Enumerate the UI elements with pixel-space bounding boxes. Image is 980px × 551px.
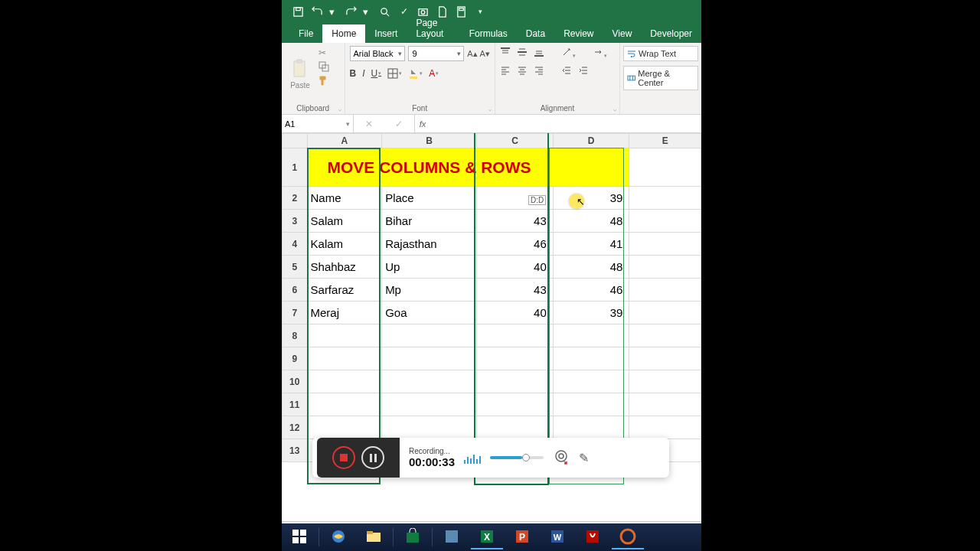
cell-D4[interactable]: 41: [553, 233, 629, 256]
col-header-D[interactable]: D: [553, 134, 629, 148]
row-header-4[interactable]: 4: [283, 233, 308, 256]
tab-formulas[interactable]: Formulas: [460, 24, 517, 43]
tab-file[interactable]: File: [289, 24, 322, 43]
taskbar-ie-icon[interactable]: [322, 525, 354, 549]
tab-review[interactable]: Review: [554, 24, 603, 43]
row-header-5[interactable]: 5: [283, 256, 308, 279]
taskbar-acrobat-icon[interactable]: [577, 525, 609, 549]
cell-A4[interactable]: Kalam: [307, 233, 382, 256]
row-header-10[interactable]: 10: [283, 370, 308, 393]
undo-dropdown-icon[interactable]: ▾: [326, 6, 338, 18]
col-header-C[interactable]: C: [477, 134, 554, 148]
cell-D5[interactable]: 48: [553, 256, 629, 279]
row-header-8[interactable]: 8: [283, 324, 308, 347]
cell-D6[interactable]: 46: [553, 279, 629, 302]
align-left-icon[interactable]: [500, 65, 511, 79]
redo-icon[interactable]: [345, 6, 357, 18]
font-color-button[interactable]: A▾: [429, 68, 439, 79]
font-name-select[interactable]: Arial Black: [350, 46, 406, 61]
name-box[interactable]: A1: [282, 115, 354, 132]
taskbar-file-explorer-icon[interactable]: [358, 525, 390, 549]
align-top-icon[interactable]: [500, 47, 511, 60]
cell-A5[interactable]: Shahbaz: [307, 256, 382, 279]
redo-dropdown-icon[interactable]: ▾: [360, 6, 371, 18]
col-header-E[interactable]: E: [629, 134, 701, 148]
cell-C6[interactable]: 43: [477, 279, 554, 302]
taskbar-powerpoint-icon[interactable]: P: [506, 525, 538, 549]
format-painter-icon[interactable]: [318, 75, 329, 86]
ltr-icon[interactable]: ▾: [593, 47, 607, 60]
row-header-12[interactable]: 12: [283, 416, 308, 439]
cell-D2[interactable]: 39: [553, 187, 629, 210]
col-header-B[interactable]: B: [382, 134, 477, 148]
select-all-corner[interactable]: [283, 134, 308, 148]
italic-button[interactable]: I: [362, 68, 364, 79]
cell-C3[interactable]: 43: [477, 210, 554, 233]
tab-insert[interactable]: Insert: [365, 24, 407, 43]
increase-font-icon[interactable]: A▴: [467, 49, 477, 59]
increase-indent-icon[interactable]: [578, 65, 589, 79]
cell-A2[interactable]: Name: [307, 187, 382, 210]
decrease-indent-icon[interactable]: [561, 65, 572, 79]
orientation-icon[interactable]: ▾: [561, 47, 576, 60]
taskbar-store-icon[interactable]: [397, 525, 429, 549]
cell-D3[interactable]: 48: [553, 210, 629, 233]
cell-B3[interactable]: Bihar: [382, 210, 477, 233]
cell-A3[interactable]: Salam: [307, 210, 382, 233]
formula-bar[interactable]: [430, 115, 701, 132]
tab-home[interactable]: Home: [322, 24, 365, 43]
enter-formula-icon[interactable]: ✓: [395, 119, 403, 129]
print-preview-icon[interactable]: [379, 6, 390, 18]
cell-A6[interactable]: Sarfaraz: [307, 279, 382, 302]
row-header-1[interactable]: 1: [283, 148, 308, 187]
row-header-7[interactable]: 7: [283, 302, 308, 324]
undo-icon[interactable]: [312, 6, 323, 18]
cancel-formula-icon[interactable]: ✕: [365, 119, 373, 129]
save-icon[interactable]: [292, 6, 304, 18]
wrap-text-button[interactable]: Wrap Text: [623, 46, 698, 61]
fx-icon[interactable]: fx: [415, 115, 430, 132]
align-middle-icon[interactable]: [517, 47, 528, 60]
tab-view[interactable]: View: [603, 24, 642, 43]
recorder-pause-button[interactable]: [361, 446, 384, 469]
underline-button[interactable]: U▾: [371, 68, 382, 79]
taskbar-unknown-icon[interactable]: [436, 525, 468, 549]
taskbar-word-icon[interactable]: W: [541, 525, 573, 549]
cell-D7[interactable]: 39: [553, 302, 629, 324]
title-cell[interactable]: MOVE COLUMNS & ROWS: [307, 148, 629, 187]
recorder-volume-slider[interactable]: [490, 456, 544, 459]
row-header-11[interactable]: 11: [283, 393, 308, 416]
cell-B5[interactable]: Up: [382, 256, 477, 279]
cell-B6[interactable]: Mp: [382, 279, 477, 302]
recorder-stop-button[interactable]: [332, 446, 355, 469]
taskbar-excel-icon[interactable]: X: [471, 525, 503, 549]
decrease-font-icon[interactable]: A▾: [480, 49, 490, 59]
align-bottom-icon[interactable]: [534, 47, 544, 60]
cut-icon[interactable]: ✂: [318, 47, 329, 58]
merge-center-button[interactable]: Merge & Center: [623, 66, 698, 90]
align-center-icon[interactable]: [517, 65, 528, 79]
fill-color-button[interactable]: ▾: [408, 68, 423, 79]
border-button[interactable]: ▾: [387, 68, 402, 79]
row-header-6[interactable]: 6: [283, 279, 308, 302]
cell-C5[interactable]: 40: [477, 256, 554, 279]
taskbar-start-button[interactable]: [283, 525, 315, 549]
cell-A7[interactable]: Meraj: [307, 302, 382, 324]
cell-B7[interactable]: Goa: [382, 302, 477, 324]
row-header-3[interactable]: 3: [283, 210, 308, 233]
row-header-9[interactable]: 9: [283, 347, 308, 370]
cell-C4[interactable]: 46: [477, 233, 554, 256]
tab-page-layout[interactable]: Page Layout: [407, 14, 459, 43]
recorder-webcam-button[interactable]: [553, 449, 570, 466]
cell-B4[interactable]: Rajasthan: [382, 233, 477, 256]
cell-C7[interactable]: 40: [477, 302, 554, 324]
col-header-A[interactable]: A: [307, 134, 382, 148]
cell-B2[interactable]: Place: [382, 187, 477, 210]
align-right-icon[interactable]: [534, 65, 544, 79]
bold-button[interactable]: B: [350, 68, 357, 79]
tab-developer[interactable]: Developer: [641, 24, 701, 43]
paste-button[interactable]: Paste: [285, 46, 315, 101]
row-header-13[interactable]: 13: [283, 439, 308, 462]
font-size-select[interactable]: 9: [408, 46, 464, 61]
row-header-2[interactable]: 2: [283, 187, 308, 210]
